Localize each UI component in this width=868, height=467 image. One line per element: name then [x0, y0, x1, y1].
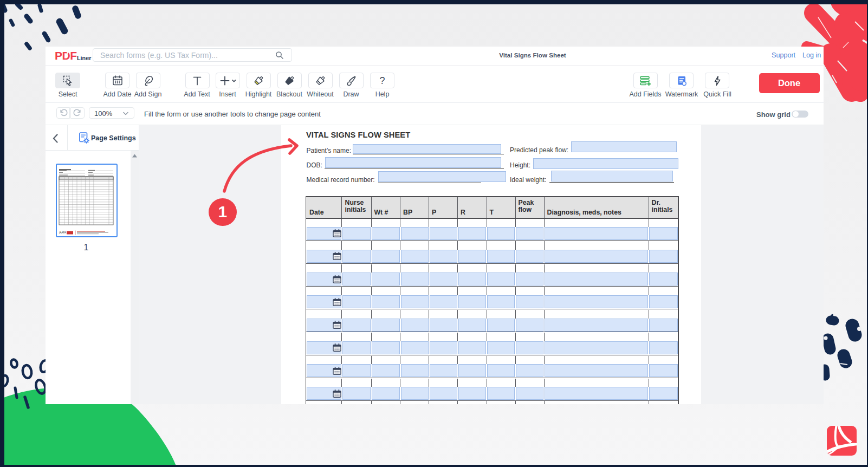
svg-text:(AAFA: (AAFA — [59, 231, 66, 234]
